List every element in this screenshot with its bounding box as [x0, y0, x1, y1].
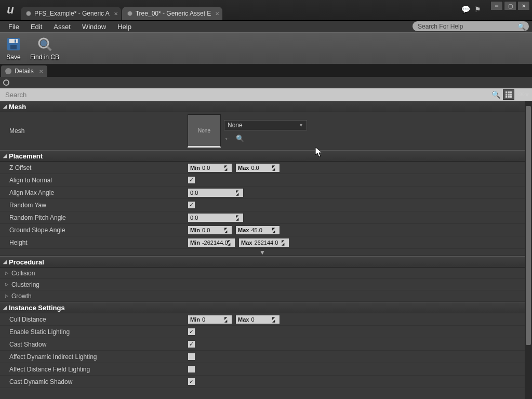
section-title: Instance Settings — [9, 304, 65, 312]
svg-rect-2 — [10, 45, 17, 49]
search-icon[interactable]: 🔍 — [517, 23, 526, 31]
expand-more-button[interactable]: ▼ — [0, 249, 525, 256]
row-random-pitch: Random Pitch Angle0.0◤◢ — [0, 211, 525, 224]
browse-asset-icon[interactable]: 🔍 — [236, 135, 244, 142]
section-header-placement[interactable]: ◢ Placement — [0, 150, 525, 162]
info-icon — [5, 68, 11, 74]
mesh-thumbnail[interactable]: None — [188, 114, 221, 148]
row-static-lighting: Enable Static Lighting✓ — [0, 326, 525, 338]
height-min-input[interactable]: Min-262144.0◤◢ — [188, 238, 235, 247]
use-selected-icon[interactable]: ← — [224, 135, 231, 142]
z-offset-max-input[interactable]: Max0.0◤◢ — [235, 163, 280, 172]
ground-slope-max-input[interactable]: Max45.0◤◢ — [235, 225, 280, 235]
dropdown-value: None — [228, 122, 243, 129]
help-search-input[interactable] — [413, 21, 529, 31]
mesh-asset-dropdown[interactable]: None ▼ — [224, 120, 307, 130]
height-max-input[interactable]: Max262144.0◤◢ — [238, 238, 289, 247]
mesh-label: Mesh — [0, 112, 184, 150]
random-pitch-input[interactable]: 0.0◤◢ — [188, 213, 244, 222]
expand-icon: ▷ — [5, 294, 8, 298]
row-collision[interactable]: ▷Collision — [0, 268, 525, 279]
row-clustering[interactable]: ▷Clustering — [0, 279, 525, 290]
row-cast-shadow: Cast Shadow✓ — [0, 338, 525, 351]
tab-label: PFS_Example* - Generic A — [34, 10, 110, 17]
scroll-thumb[interactable] — [526, 106, 531, 345]
menu-asset[interactable]: Asset — [48, 22, 76, 32]
row-z-offset: Z Offset Min0.0◤◢ Max0.0◤◢ — [0, 162, 525, 174]
section-header-mesh[interactable]: ◢ Mesh — [0, 101, 525, 112]
align-max-angle-input[interactable]: 0.0◤◢ — [188, 188, 244, 197]
breadcrumb-root-icon[interactable] — [3, 79, 9, 86]
row-ground-slope: Ground Slope Angle Min0.0◤◢ Max45.0◤◢ — [0, 224, 525, 236]
collapse-icon: ◢ — [3, 153, 7, 158]
svg-rect-1 — [9, 39, 18, 43]
close-icon[interactable]: ✕ — [39, 69, 43, 74]
dirty-indicator-icon — [26, 11, 31, 16]
panel-tab-label: Details — [15, 68, 34, 75]
svg-rect-3 — [15, 39, 16, 43]
close-window-button[interactable]: ✕ — [517, 1, 530, 10]
section-title: Placement — [9, 152, 43, 160]
expand-icon: ▷ — [5, 282, 8, 287]
cast-dyn-checkbox[interactable]: ✓ — [188, 378, 195, 385]
dirty-indicator-icon — [127, 11, 132, 16]
dist-field-checkbox[interactable] — [188, 365, 195, 373]
app-logo: u — [0, 0, 21, 20]
ground-slope-min-input[interactable]: Min0.0◤◢ — [188, 225, 232, 235]
scrollbar[interactable] — [525, 101, 532, 399]
floppy-icon — [5, 36, 22, 52]
row-mesh: Mesh None None ▼ ← 🔍 — [0, 112, 525, 150]
view-options-button[interactable]: 👁▾ — [516, 89, 530, 100]
row-cull-distance: Cull Distance Min0◤◢ Max0◤◢ — [0, 313, 525, 326]
align-normal-checkbox[interactable]: ✓ — [188, 176, 195, 184]
editor-tab-tree[interactable]: Tree_00* - Generic Asset E ✕ — [122, 7, 223, 20]
collapse-icon: ◢ — [3, 104, 7, 109]
details-search-input[interactable] — [2, 88, 488, 101]
tab-label: Tree_00* - Generic Asset E — [136, 10, 211, 17]
row-cast-dyn: Cast Dynamic Shadow✓ — [0, 376, 525, 388]
section-title: Mesh — [9, 103, 26, 111]
collapse-icon: ◢ — [3, 305, 7, 310]
row-random-yaw: Random Yaw✓ — [0, 199, 525, 211]
details-panel-tab[interactable]: Details ✕ — [1, 65, 47, 77]
find-in-cb-button[interactable]: Find in CB — [30, 36, 59, 61]
maximize-button[interactable]: ▢ — [504, 1, 516, 10]
svg-line-6 — [47, 47, 51, 50]
row-growth[interactable]: ▷Growth — [0, 290, 525, 302]
notification-icon[interactable]: 💬 — [461, 5, 470, 14]
magnifier-icon — [36, 36, 53, 52]
chevron-down-icon: ▼ — [299, 123, 303, 128]
find-label: Find in CB — [30, 54, 59, 61]
menu-file[interactable]: File — [3, 22, 24, 32]
close-icon[interactable]: ✕ — [114, 11, 118, 17]
search-icon[interactable]: 🔍 — [490, 89, 501, 100]
row-height: Height Min-262144.0◤◢ Max262144.0◤◢ — [0, 236, 525, 249]
save-label: Save — [6, 54, 20, 61]
row-align-max-angle: Align Max Angle0.0◤◢ — [0, 187, 525, 199]
minimize-button[interactable]: ━ — [490, 1, 503, 10]
menu-help[interactable]: Help — [112, 22, 137, 32]
random-yaw-checkbox[interactable]: ✓ — [188, 201, 195, 209]
dyn-indirect-checkbox[interactable] — [188, 353, 195, 361]
svg-point-5 — [41, 40, 47, 46]
section-header-procedural[interactable]: ◢ Procedural — [0, 256, 525, 268]
section-header-instance[interactable]: ◢ Instance Settings — [0, 302, 525, 313]
source-control-icon[interactable]: ⚑ — [474, 5, 481, 14]
menu-edit[interactable]: Edit — [25, 22, 47, 32]
cull-min-input[interactable]: Min0◤◢ — [188, 315, 232, 324]
save-button[interactable]: Save — [5, 36, 22, 61]
cull-max-input[interactable]: Max0◤◢ — [235, 315, 280, 324]
section-title: Procedural — [9, 258, 44, 266]
close-icon[interactable]: ✕ — [215, 11, 219, 17]
row-dyn-indirect: Affect Dynamic Indirect Lighting — [0, 351, 525, 363]
static-lighting-checkbox[interactable]: ✓ — [188, 328, 195, 336]
editor-tab-pfs[interactable]: PFS_Example* - Generic A ✕ — [21, 7, 121, 20]
expand-icon: ▷ — [5, 271, 8, 275]
row-dist-field: Affect Distance Field Lighting — [0, 363, 525, 376]
row-align-normal: Align to Normal✓ — [0, 174, 525, 187]
cast-shadow-checkbox[interactable]: ✓ — [188, 340, 195, 348]
menu-window[interactable]: Window — [77, 22, 111, 32]
collapse-icon: ◢ — [3, 259, 7, 264]
z-offset-min-input[interactable]: Min0.0◤◢ — [188, 163, 232, 172]
property-matrix-button[interactable] — [503, 89, 514, 100]
